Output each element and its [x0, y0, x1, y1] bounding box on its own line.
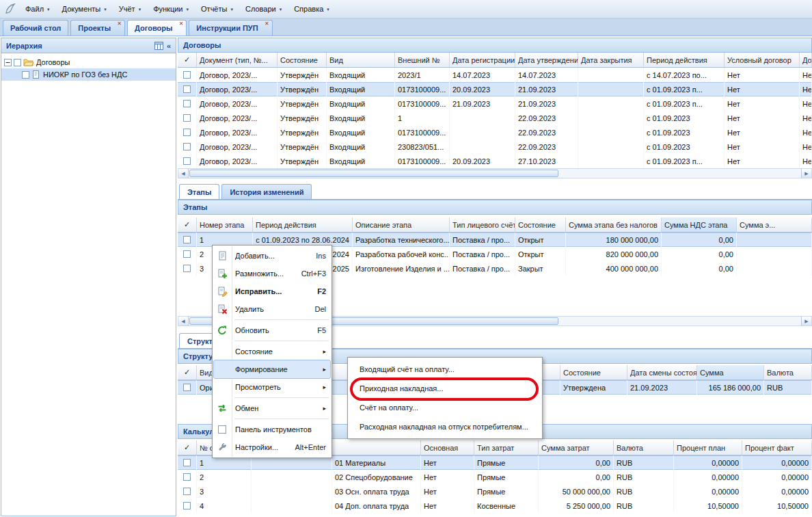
- table-row[interactable]: Договор, 2023/...УтверждёнВходящий017310…: [178, 154, 812, 168]
- tab-close-icon[interactable]: ✕: [179, 21, 184, 27]
- row-checkbox[interactable]: [183, 459, 191, 466]
- row-checkbox[interactable]: [183, 85, 191, 93]
- column-header[interactable]: До: [800, 53, 812, 67]
- column-header[interactable]: Сумма: [697, 365, 764, 380]
- select-all-header[interactable]: ✓: [178, 53, 197, 67]
- row-checkbox[interactable]: [183, 502, 191, 509]
- table-row[interactable]: 303 Осн. оплата трудаНетПрямые50 000 000…: [178, 484, 812, 499]
- grid-view-icon[interactable]: [154, 42, 163, 50]
- row-checkbox[interactable]: [183, 488, 191, 495]
- table-row[interactable]: Договор, 2023/...УтверждёнВходящий017310…: [178, 96, 812, 111]
- collapse-minus-icon[interactable]: [4, 59, 12, 66]
- row-checkbox[interactable]: [183, 236, 191, 243]
- row-checkbox[interactable]: [183, 473, 191, 481]
- column-header[interactable]: Сумма этапа без налогов: [566, 217, 662, 232]
- menubar-item-4[interactable]: Функции▾: [147, 2, 195, 16]
- column-header[interactable]: Сумма НДС этапа: [662, 217, 737, 232]
- stages-tab-2[interactable]: История изменений: [221, 184, 312, 199]
- row-checkbox[interactable]: [183, 157, 191, 165]
- context-menu-item-15[interactable]: Настройки...Alt+Enter: [214, 438, 330, 456]
- select-all-header[interactable]: ✓: [178, 365, 197, 380]
- tree-node-1[interactable]: Договоры: [1, 56, 176, 68]
- node-checkbox[interactable]: [22, 71, 29, 79]
- tab-close-icon[interactable]: ✕: [265, 21, 269, 27]
- workspace-tab-4[interactable]: Инструкции ПУП✕: [189, 20, 272, 36]
- row-checkbox[interactable]: [183, 384, 191, 391]
- column-header[interactable]: Описание этапа: [353, 217, 450, 232]
- context-menu-item-12[interactable]: Обмен▸: [214, 399, 330, 417]
- column-header[interactable]: Период действия: [253, 217, 353, 232]
- context-menu-item-2[interactable]: Размножить...Ctrl+F3: [214, 265, 330, 282]
- row-checkbox[interactable]: [183, 129, 191, 136]
- context-menu-item-9[interactable]: Формирование▸: [214, 360, 330, 378]
- scroll-left-button[interactable]: ◀: [178, 317, 189, 326]
- context-menu-item-1[interactable]: Добавить...Ins: [214, 247, 330, 265]
- table-row[interactable]: Договор, 2023/...УтверждёнВходящий017310…: [178, 125, 812, 140]
- table-row[interactable]: Договор, 2023/...УтверждёнВходящий122.09…: [178, 111, 812, 125]
- column-header[interactable]: Документ (тип, №...: [197, 53, 278, 67]
- contracts-hscrollbar[interactable]: ◀ ▶: [178, 168, 812, 178]
- table-row[interactable]: 202 СпецоборудованиеНетПрямые0,00RUB0,00…: [178, 470, 812, 484]
- column-header[interactable]: Номер этапа: [197, 217, 253, 232]
- context-menu-item-14[interactable]: Панель инструментов: [214, 421, 330, 438]
- column-header[interactable]: Сумма э...: [737, 217, 812, 232]
- column-header[interactable]: Валюта: [614, 440, 674, 455]
- row-checkbox[interactable]: [183, 100, 191, 107]
- column-header[interactable]: Процент план: [674, 440, 742, 455]
- row-checkbox[interactable]: [183, 143, 191, 150]
- column-header[interactable]: Тип лицевого счёт: [450, 217, 515, 232]
- column-header[interactable]: Основная: [421, 440, 474, 455]
- tree-node-2[interactable]: НИОКР по ГОЗ без НДС: [1, 68, 176, 81]
- stages-tab-1[interactable]: Этапы: [179, 184, 219, 199]
- row-checkbox[interactable]: [183, 71, 191, 79]
- menubar-item-5[interactable]: Отчёты▾: [195, 2, 239, 16]
- column-header[interactable]: Период действия: [644, 53, 725, 67]
- row-checkbox[interactable]: [183, 114, 191, 122]
- column-header[interactable]: Валюта: [764, 365, 812, 380]
- submenu-item-1[interactable]: Входящий счёт на оплату...: [349, 360, 541, 379]
- menubar-item-2[interactable]: Документы▾: [56, 2, 113, 16]
- row-checkbox[interactable]: [183, 265, 191, 272]
- submenu-item-4[interactable]: Расходная накладная на отпуск потребител…: [349, 417, 541, 436]
- column-header[interactable]: Состояние: [278, 53, 327, 67]
- scroll-thumb[interactable]: [189, 170, 558, 177]
- column-header[interactable]: Вид: [327, 53, 395, 67]
- select-all-header[interactable]: ✓: [178, 217, 197, 232]
- context-menu-item-6[interactable]: ОбновитьF5: [214, 321, 330, 339]
- collapse-panel-button[interactable]: «: [167, 42, 171, 50]
- column-header[interactable]: Дата утверждения: [515, 53, 578, 67]
- table-row[interactable]: Договор, 2023/...УтверждёнВходящий230823…: [178, 140, 812, 154]
- node-checkbox[interactable]: [14, 59, 21, 66]
- column-header[interactable]: Состояние: [515, 217, 566, 232]
- column-header[interactable]: Дата регистрации: [450, 53, 515, 67]
- column-header[interactable]: Условный договор: [725, 53, 800, 67]
- scroll-right-button[interactable]: ▶: [801, 317, 811, 326]
- workspace-tab-3[interactable]: Договоры✕: [127, 20, 187, 36]
- menubar-item-7[interactable]: Справка▾: [288, 2, 336, 16]
- column-header[interactable]: Внешний №: [395, 53, 450, 67]
- scroll-right-button[interactable]: ▶: [801, 169, 811, 178]
- context-menu-item-8[interactable]: Состояние▸: [214, 343, 330, 360]
- context-menu-item-4[interactable]: УдалитьDel: [214, 300, 330, 318]
- table-row[interactable]: Договор, 2023/...УтверждёнВходящий2023/1…: [178, 68, 812, 82]
- menubar-item-3[interactable]: Учёт▾: [113, 2, 147, 16]
- column-header[interactable]: [332, 440, 421, 455]
- workspace-tab-2[interactable]: Проекты✕: [70, 20, 125, 36]
- table-row[interactable]: 404 Доп. оплата трудаНетКосвенные5 250 0…: [178, 499, 812, 513]
- workspace-tab-1[interactable]: Рабочий стол: [3, 20, 68, 36]
- menubar-item-1[interactable]: Файл▾: [19, 2, 56, 16]
- column-header[interactable]: Сумма затрат: [539, 440, 614, 455]
- tab-close-icon[interactable]: ✕: [117, 21, 122, 27]
- column-header[interactable]: Дата закрытия: [578, 53, 644, 67]
- submenu-item-3[interactable]: Счёт на оплату...: [349, 398, 541, 417]
- column-header[interactable]: Тип затрат: [474, 440, 539, 455]
- table-row[interactable]: Договор, 2023/...УтверждёнВходящий017310…: [178, 82, 812, 96]
- column-header[interactable]: Состояние: [560, 365, 627, 380]
- context-menu-item-10[interactable]: Просмотреть▸: [214, 378, 330, 396]
- column-header[interactable]: Дата смены состоя: [627, 365, 697, 380]
- menubar-item-6[interactable]: Словари▾: [239, 2, 288, 16]
- select-all-header[interactable]: ✓: [178, 440, 197, 455]
- submenu-item-2[interactable]: Приходная накладная...: [349, 379, 541, 398]
- scroll-left-button[interactable]: ◀: [178, 169, 189, 178]
- column-header[interactable]: Процент факт: [742, 440, 812, 455]
